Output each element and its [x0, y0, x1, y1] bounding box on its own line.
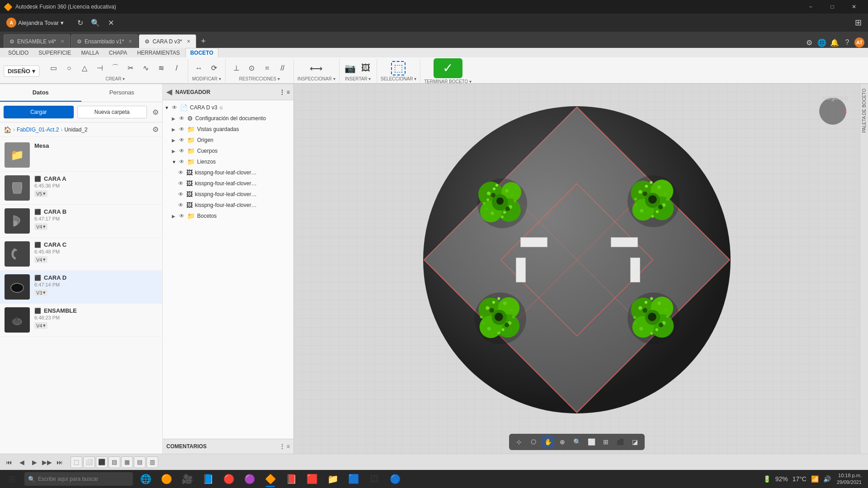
notification-icon[interactable]: 🔔: [829, 37, 840, 48]
navigator-collapse-button[interactable]: ◀: [166, 88, 172, 96]
sidebar-settings-icon[interactable]: ⚙: [152, 106, 159, 118]
tree-item-canvas-1[interactable]: 👁 🖼 kisspng-four-leaf-clover-sham...: [163, 167, 293, 178]
move-tool[interactable]: ↔: [192, 61, 206, 75]
maximize-button[interactable]: □: [822, 0, 843, 14]
file-version[interactable]: V4 ▾: [34, 223, 47, 230]
taskbar-app-zoom[interactable]: 🎥: [177, 470, 197, 488]
circle-tool[interactable]: ○: [62, 61, 76, 75]
spline-tool[interactable]: ∿: [139, 61, 153, 75]
timeline-next-button[interactable]: ▶▶: [42, 457, 52, 468]
tl-tool-5[interactable]: ▦: [121, 456, 133, 468]
zoom-button[interactable]: 🔍: [571, 436, 583, 448]
pan-tool-button[interactable]: ✋: [542, 436, 554, 448]
design-dropdown[interactable]: DISEÑO ▾: [4, 66, 39, 77]
canvas-area[interactable]: Z X SUPERIOR ⊹ ⎔ ✋ ⊕ 🔍 ⬜ ⊞ ⬛ ◪: [294, 84, 860, 454]
taskbar-app-media[interactable]: 🔴: [219, 470, 239, 488]
eye-icon[interactable]: 👁: [178, 169, 185, 176]
taskbar-app-app2[interactable]: 🟣: [240, 470, 259, 488]
viewport-gizmo[interactable]: Z X SUPERIOR: [815, 93, 851, 129]
rectangle-tool[interactable]: ▭: [47, 61, 61, 75]
breadcrumb-item-1[interactable]: FabDIG_01-Act.2: [17, 127, 59, 133]
pattern-tool[interactable]: ≋: [154, 61, 169, 75]
tree-item-bocetos[interactable]: ▶ 👁 📁 Bocetos: [163, 211, 293, 221]
timeline-prev-button[interactable]: ◀: [16, 457, 27, 468]
ribbon-tab-superficie[interactable]: SUPERFICIE: [34, 48, 75, 57]
tree-item-origen[interactable]: ▶ 👁 📁 Origen: [163, 135, 293, 145]
cargar-button[interactable]: Cargar: [4, 106, 74, 118]
rotate-tool[interactable]: ⟳: [207, 61, 222, 75]
minimize-button[interactable]: −: [800, 0, 821, 14]
display-mode-button[interactable]: ⬜: [585, 436, 598, 448]
eye-icon[interactable]: 👁: [179, 126, 186, 132]
cursor-tool-button[interactable]: ⊹: [513, 436, 525, 448]
file-version[interactable]: V3 ▾: [34, 289, 47, 296]
tab-close-button[interactable]: ✕: [128, 39, 132, 44]
tab-ensamble-v4[interactable]: ⚙ ENSAMBLE v4* ✕: [4, 34, 70, 48]
tree-item-canvas-4[interactable]: 👁 🖼 kisspng-four-leaf-clover-sham...: [163, 200, 293, 211]
finish-sketch-button[interactable]: ✓: [434, 58, 462, 78]
tab-ensamblado-v1[interactable]: ⚙ Ensamblado v1* ✕: [71, 34, 138, 48]
add-tab-button[interactable]: +: [197, 34, 210, 48]
trim-tool[interactable]: ✂: [123, 61, 138, 75]
eye-icon[interactable]: 👁: [179, 137, 186, 143]
start-button[interactable]: ⊞: [2, 470, 22, 488]
tab-close-button[interactable]: ✕: [187, 39, 190, 44]
close-button[interactable]: ✕: [844, 0, 864, 14]
concentric-tool[interactable]: ⊙: [245, 61, 259, 75]
grid-view-button[interactable]: ⊞: [852, 16, 864, 29]
help-icon[interactable]: ?: [842, 37, 853, 48]
comments-expand-icon[interactable]: ≡: [287, 443, 290, 450]
measure-tool[interactable]: ⟷: [306, 61, 327, 75]
list-item[interactable]: ⬛ CARA A 6:45:36 PM V5 ▾: [0, 172, 162, 205]
taskbar-app-edge[interactable]: 🌐: [136, 470, 156, 488]
timeline-end-button[interactable]: ⏭: [54, 457, 65, 468]
orbit-tool-button[interactable]: ⎔: [527, 436, 540, 448]
network-icon[interactable]: 📶: [810, 475, 820, 483]
eye-icon[interactable]: 👁: [178, 202, 185, 208]
tree-item-cuerpos[interactable]: ▶ 👁 📁 Cuerpos: [163, 145, 293, 156]
settings-icon[interactable]: ⚙: [804, 37, 815, 48]
ribbon-tab-malla[interactable]: MALLA: [76, 48, 103, 57]
grid-button[interactable]: ⊞: [599, 436, 612, 448]
tree-item-canvas-2[interactable]: 👁 🖼 kisspng-four-leaf-clover-sham...: [163, 178, 293, 189]
sound-icon[interactable]: 🔊: [822, 475, 832, 483]
eye-icon[interactable]: 👁: [178, 191, 185, 197]
web-icon[interactable]: 🌐: [816, 37, 827, 48]
ribbon-tab-chapa[interactable]: CHAPA: [104, 48, 132, 57]
file-version[interactable]: V4 ▾: [34, 256, 47, 263]
environment-button[interactable]: ◪: [628, 436, 641, 448]
taskbar-app-fusion[interactable]: 🔶: [260, 470, 280, 488]
tl-tool-7[interactable]: ▥: [146, 456, 158, 468]
ribbon-tab-boceto[interactable]: BOCETO: [185, 48, 218, 57]
taskbar-app-app5[interactable]: 🔵: [385, 470, 405, 488]
tab-cara-d-v3[interactable]: ⚙ CARA D v3* ✕: [139, 34, 196, 48]
tree-item-vistas[interactable]: ▶ 👁 📁 Vistas guardadas: [163, 124, 293, 135]
line-tool2[interactable]: /: [170, 61, 184, 75]
taskbar-app-app4[interactable]: 🖼: [364, 470, 384, 488]
ribbon-tab-solido[interactable]: SÓLIDO: [4, 48, 33, 57]
taskbar-app-explorer[interactable]: 📁: [323, 470, 343, 488]
taskbar-app-word[interactable]: 📘: [198, 470, 218, 488]
battery-icon[interactable]: 🔋: [762, 475, 772, 483]
sidebar-tab-datos[interactable]: Datos: [0, 84, 81, 102]
nueva-carpeta-button[interactable]: Nueva carpeta: [77, 106, 147, 118]
select-tool[interactable]: ⬚: [391, 61, 406, 75]
eye-icon[interactable]: 👁: [179, 148, 186, 154]
arc-tool[interactable]: ⌒: [108, 61, 123, 75]
taskbar-app-pdf[interactable]: 📕: [281, 470, 301, 488]
tl-tool-2[interactable]: ⬜: [83, 456, 95, 468]
refresh-button[interactable]: ↻: [74, 16, 86, 29]
insert-canvas-tool[interactable]: 🖼: [359, 61, 373, 75]
ribbon-tab-herramientas[interactable]: HERRAMIENTAS: [132, 48, 184, 57]
eye-icon[interactable]: 👁: [172, 104, 179, 111]
taskbar-app-teams[interactable]: 🟦: [344, 470, 363, 488]
list-item[interactable]: ⬛ CARA D 6:47:14 PM V3 ▾: [0, 271, 162, 304]
tl-select-tool[interactable]: ⬚: [71, 456, 82, 468]
tree-item-config[interactable]: ▶ 👁 ⚙ Configuración del documento: [163, 113, 293, 124]
tl-tool-3[interactable]: ⬛: [96, 456, 108, 468]
eye-icon[interactable]: 👁: [179, 115, 186, 122]
equal-tool[interactable]: =: [260, 61, 274, 75]
taskbar-app-app3[interactable]: 🟥: [302, 470, 322, 488]
timeline-start-button[interactable]: ⏮: [4, 457, 14, 468]
file-version[interactable]: V4 ▾: [34, 322, 47, 329]
